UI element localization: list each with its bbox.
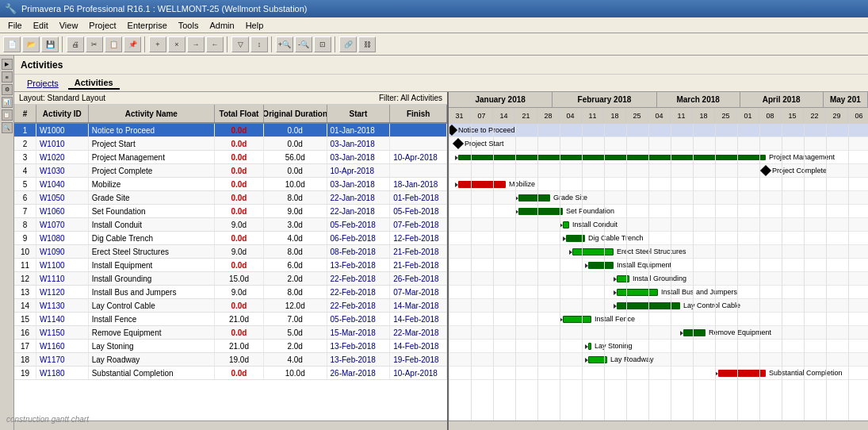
cell-id: W1020 [36,151,89,163]
menu-admin[interactable]: Admin [205,20,239,31]
table-row[interactable]: 13 W1120 Install Bus and Jumpers 9.0d 8.… [14,286,447,299]
gantt-header: January 2018 February 2018 March 2018 Ap… [449,92,868,124]
table-row[interactable]: 1 W1000 Notice to Proceed 0.0d 0.0d 01-J… [14,124,447,137]
filter-btn[interactable]: ▽ [231,36,249,52]
cell-name: Install Grounding [89,272,215,285]
gantt-bar-label: Erect Steel Structures [617,248,686,255]
menu-project[interactable]: Project [84,20,120,31]
menu-view[interactable]: View [55,20,83,31]
new-btn[interactable]: 📄 [3,36,21,52]
cell-float: 0.0d [215,137,264,150]
day-21: 21 [515,108,537,124]
cell-name: Lay Control Cable [89,299,215,312]
sidebar-icon-4[interactable]: 📊 [2,97,13,108]
table-row[interactable]: 18 W1170 Lay Roadway 19.0d 4.0d 13-Feb-2… [14,353,447,367]
menu-help[interactable]: Help [241,20,269,31]
zoom-out-btn[interactable]: -🔍 [295,36,312,52]
gantt-bar-label: Install Fence [595,315,635,323]
cell-name: Set Foundation [89,205,215,217]
gantt-bar-label: Lay Control Cable [683,301,740,309]
tab-projects[interactable]: Projects [21,78,65,89]
gantt-bar-label: Project Management [769,153,835,161]
gantt-bar-label: Notice to Proceed [458,126,515,134]
cell-float: 9.0d [215,286,264,298]
link-btn[interactable]: 🔗 [339,36,357,52]
open-btn[interactable]: 📂 [22,36,40,52]
table-row[interactable]: 2 W1010 Project Start 0.0d 0.0d 03-Jan-2… [14,137,447,151]
cell-num: 1 [14,124,36,136]
table-row[interactable]: 11 W1100 Install Equipment 0.0d 6.0d 13-… [14,259,447,272]
cell-float: 19.0d [215,353,264,366]
grid-line [671,124,671,420]
table-row[interactable]: 8 W1070 Install Conduit 9.0d 3.0d 05-Feb… [14,218,447,232]
cell-id: W1090 [36,245,89,258]
table-row[interactable]: 12 W1110 Install Grounding 15.0d 2.0d 22… [14,272,447,286]
sidebar-icon-3[interactable]: ⚙ [2,84,13,95]
cell-start: 22-Feb-2018 [327,299,391,312]
cell-name: Mobilize [89,178,215,190]
gantt-bar-label: Install Grounding [633,275,686,282]
menu-file[interactable]: File [3,20,27,31]
grid-line [826,124,827,420]
sidebar-icon-5[interactable]: 📋 [2,109,13,121]
table-row[interactable]: 4 W1030 Project Complete 0.0d 0.0d 10-Ap… [14,164,447,178]
cell-num: 17 [14,340,36,352]
sidebar-icon-2[interactable]: ≡ [2,71,13,83]
gantt-bar-label: Install Equipment [617,261,671,269]
gantt-bar [458,155,766,160]
gantt-row: Project Complete [449,164,868,178]
table-row[interactable]: 16 W1150 Remove Equipment 0.0d 5.0d 15-M… [14,326,447,340]
menu-enterprise[interactable]: Enterprise [123,20,172,31]
cell-id: W1110 [36,272,89,285]
cut-btn[interactable]: ✂ [86,36,103,52]
cell-finish: 10-Apr-2018 [390,367,447,379]
paste-btn[interactable]: 📌 [124,36,141,52]
menu-edit[interactable]: Edit [29,20,53,31]
table-row[interactable]: 6 W1050 Grade Site 0.0d 8.0d 22-Jan-2018… [14,191,447,205]
cell-finish: 22-Mar-2018 [390,326,447,339]
sidebar-icon-1[interactable]: ▶ [2,59,13,70]
table-row[interactable]: 3 W1020 Project Management 0.0d 56.0d 03… [14,151,447,164]
table-row[interactable]: 7 W1060 Set Foundation 0.0d 9.0d 22-Jan-… [14,205,447,218]
zoom-in-btn[interactable]: +🔍 [276,36,293,52]
outdent-btn[interactable]: ← [206,36,224,52]
cell-finish [390,137,447,150]
gantt-row: Project Start [449,137,868,151]
fit-btn[interactable]: ⊡ [314,36,331,52]
gantt-row: Substantial Completion [449,367,868,380]
del-btn[interactable]: × [168,36,185,52]
panel-title: Activities [14,56,868,75]
cell-name: Install Bus and Jumpers [89,286,215,298]
print-btn[interactable]: 🖨 [67,36,84,52]
save-btn[interactable]: 💾 [41,36,59,52]
dependency-arrow [614,277,617,282]
indent-btn[interactable]: → [187,36,205,52]
cell-num: 14 [14,299,36,312]
cell-origdur: 8.0d [264,191,327,204]
sort-btn[interactable]: ↕ [250,36,268,52]
table-row[interactable]: 19 W1180 Substantial Completion 0.0d 10.… [14,367,447,380]
gantt-h-scrollbar[interactable] [449,420,868,430]
cell-id: W1140 [36,313,89,325]
sidebar-icon-6[interactable]: 🔍 [2,122,13,133]
menu-bar: File Edit View Project Enterprise Tools … [0,17,868,33]
tab-activities[interactable]: Activities [68,77,120,90]
cell-name: Lay Stoning [89,340,215,352]
cell-start: 03-Jan-2018 [327,137,391,150]
table-row[interactable]: 9 W1080 Dig Cable Trench 0.0d 4.0d 06-Fe… [14,232,447,245]
table-row[interactable]: 15 W1140 Install Fence 21.0d 7.0d 05-Feb… [14,313,447,326]
table-row[interactable]: 10 W1090 Erect Steel Structures 9.0d 8.0… [14,245,447,259]
copy-btn[interactable]: 📋 [105,36,122,52]
cell-start: 01-Jan-2018 [327,124,391,136]
day-04: 04 [648,108,671,124]
menu-tools[interactable]: Tools [174,20,204,31]
table-row[interactable]: 17 W1160 Lay Stoning 21.0d 2.0d 13-Feb-2… [14,340,447,353]
cell-num: 8 [14,218,36,231]
add-btn[interactable]: + [149,36,166,52]
table-row[interactable]: 5 W1040 Mobilize 0.0d 10.0d 03-Jan-2018 … [14,178,447,191]
left-sidebar: ▶ ≡ ⚙ 📊 📋 🔍 [0,56,14,430]
gantt-bar-label: Project Complete [772,167,827,175]
unlink-btn[interactable]: ⛓ [358,36,376,52]
table-row[interactable]: 14 W1130 Lay Control Cable 0.0d 12.0d 22… [14,299,447,313]
cell-name: Notice to Proceed [89,124,215,136]
